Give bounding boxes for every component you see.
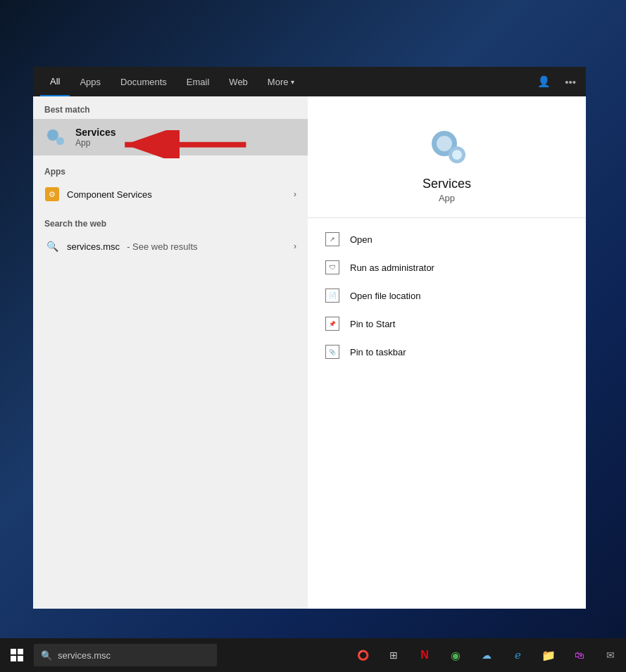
apps-section-label: Apps	[33, 158, 308, 181]
file-location-icon: 📄	[325, 288, 340, 303]
svg-point-5	[452, 150, 462, 160]
action-open-label: Open	[350, 234, 373, 245]
app-detail-header: Services App	[308, 110, 586, 218]
app-detail-name: Services	[422, 177, 471, 191]
tab-documents[interactable]: Documents	[111, 67, 177, 96]
tab-all[interactable]: All	[40, 67, 70, 96]
best-match-name: Services	[75, 127, 116, 138]
action-run-admin-label: Run as administrator	[350, 262, 434, 273]
start-button[interactable]	[0, 638, 34, 672]
left-panel: Best match Services App Apps	[33, 96, 308, 609]
action-open-location[interactable]: 📄 Open file location	[308, 281, 586, 310]
right-panel: Services App ↗ Open 🛡 Run as administrat…	[308, 96, 586, 609]
best-match-type: App	[75, 138, 116, 148]
person-icon[interactable]: 👤	[534, 72, 553, 91]
action-open-location-label: Open file location	[350, 291, 420, 301]
action-list: ↗ Open 🛡 Run as administrator 📄 Ope	[308, 218, 586, 373]
action-pin-start-label: Pin to Start	[350, 319, 395, 329]
more-caret-icon: ▾	[291, 78, 294, 86]
run-admin-icon: 🛡	[325, 260, 340, 275]
web-search-icon: 🔍	[44, 239, 60, 254]
best-match-label: Best match	[33, 96, 308, 119]
svg-point-3	[437, 136, 452, 151]
action-open[interactable]: ↗ Open	[308, 225, 586, 253]
tab-more[interactable]: More ▾	[258, 67, 305, 96]
chevron-right-icon: ›	[294, 189, 296, 199]
component-services-label: Component Services	[67, 189, 152, 200]
svg-rect-6	[11, 649, 16, 654]
web-search-query: services.msc	[67, 241, 120, 252]
file-explorer-icon[interactable]: 📁	[533, 638, 564, 672]
content-area: Best match Services App Apps	[33, 96, 586, 609]
search-panel: All Apps Documents Email Web More ▾ 👤 ••…	[33, 67, 586, 609]
svg-rect-8	[11, 656, 16, 661]
netflix-icon[interactable]: N	[409, 638, 440, 672]
open-icon: ↗	[325, 232, 340, 247]
action-pin-start[interactable]: 📌 Pin to Start	[308, 310, 586, 338]
tabs-right-actions: 👤 •••	[534, 72, 579, 91]
web-search-section: Search the web 🔍 services.msc - See web …	[33, 210, 308, 260]
action-run-admin[interactable]: 🛡 Run as administrator	[308, 253, 586, 281]
best-match-item-services[interactable]: Services App	[33, 119, 308, 156]
taskbar-search-text: services.msc	[58, 650, 111, 661]
web-search-label: Search the web	[33, 210, 308, 233]
edge-icon[interactable]: ℯ	[502, 638, 533, 672]
svg-rect-9	[18, 656, 23, 661]
action-pin-taskbar[interactable]: 📎 Pin to taskbar	[308, 338, 586, 366]
pin-start-icon: 📌	[325, 316, 340, 331]
app-detail-icon	[425, 125, 470, 170]
apps-section: Apps ⚙ Component Services ›	[33, 156, 308, 210]
store-icon[interactable]: 🛍	[564, 638, 595, 672]
web-search-sub: - See web results	[127, 241, 197, 252]
taskbar-search-icon: 🔍	[41, 650, 52, 661]
mail-icon[interactable]: ✉	[595, 638, 626, 672]
cortana-icon[interactable]: ⭕	[347, 638, 378, 672]
component-services-icon: ⚙	[44, 186, 60, 202]
task-view-icon[interactable]: ⊞	[378, 638, 409, 672]
services-icon	[44, 126, 67, 148]
pin-taskbar-icon: 📎	[325, 344, 340, 360]
app-detail-type: App	[439, 193, 455, 203]
list-item-component-services[interactable]: ⚙ Component Services ›	[33, 181, 308, 208]
chrome-icon[interactable]: ◉	[440, 638, 471, 672]
taskbar-icons: ⭕ ⊞ N ◉ ☁ ℯ 📁 🛍 ✉	[347, 638, 626, 672]
tabs-bar: All Apps Documents Email Web More ▾ 👤 ••…	[33, 67, 586, 96]
more-options-icon[interactable]: •••	[562, 73, 579, 91]
tab-web[interactable]: Web	[219, 67, 258, 96]
tab-email[interactable]: Email	[177, 67, 220, 96]
taskbar-search-box[interactable]: 🔍 services.msc	[34, 644, 217, 666]
action-pin-taskbar-label: Pin to taskbar	[350, 347, 406, 357]
svg-rect-7	[18, 649, 23, 654]
web-search-services-msc[interactable]: 🔍 services.msc - See web results ›	[33, 233, 308, 260]
taskbar: 🔍 services.msc ⭕ ⊞ N ◉ ☁ ℯ 📁 🛍 ✉	[0, 638, 626, 672]
web-search-chevron-icon: ›	[294, 241, 296, 251]
tab-apps[interactable]: Apps	[70, 67, 111, 96]
onedrive-icon[interactable]: ☁	[471, 638, 502, 672]
